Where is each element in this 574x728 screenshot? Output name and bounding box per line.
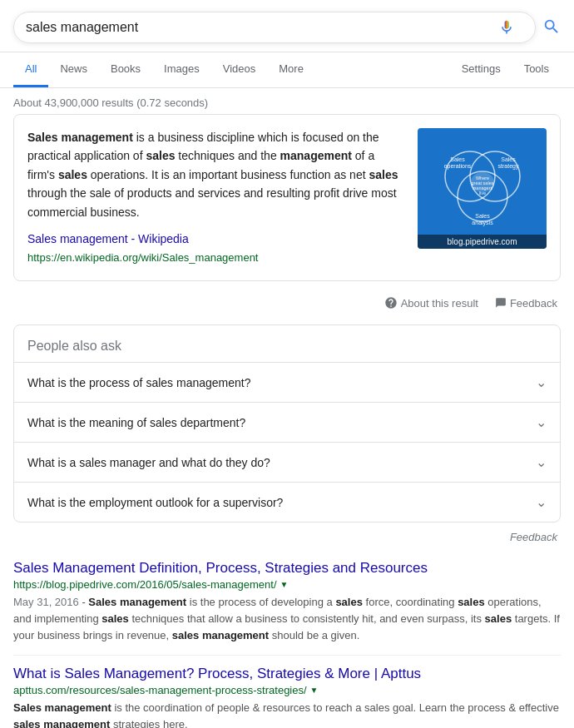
feedback-icon	[495, 297, 507, 309]
definition-paragraph: Sales management is a business disciplin…	[27, 128, 404, 221]
svg-text:strategy: strategy	[497, 163, 518, 170]
result-0-snippet: May 31, 2016 - Sales management is the p…	[13, 594, 561, 644]
paa-item-2[interactable]: What is a sales manager and what do they…	[14, 442, 560, 482]
svg-text:Sales: Sales	[475, 213, 490, 219]
result-0-date: May 31, 2016	[13, 596, 79, 608]
nav-tabs: All News Books Images Videos More Settin…	[0, 52, 574, 88]
tab-tools[interactable]: Tools	[512, 52, 561, 87]
feedback-link[interactable]: Feedback	[495, 297, 557, 310]
chevron-down-icon: ⌄	[536, 374, 547, 390]
definition-card: Sales management is a business disciplin…	[13, 114, 561, 281]
wikipedia-url: https://en.wikipedia.org/wiki/Sales_mana…	[27, 250, 404, 267]
paa-header: People also ask	[14, 325, 560, 362]
tab-all[interactable]: All	[13, 52, 48, 87]
result-1-title[interactable]: What is Sales Management? Process, Strat…	[13, 666, 561, 682]
svg-text:analysis: analysis	[472, 220, 493, 226]
dropdown-arrow-icon: ▼	[280, 580, 289, 589]
result-0-title[interactable]: Sales Management Definition, Process, St…	[13, 560, 561, 577]
venn-diagram: Sales operations Sales strategy Sales an…	[433, 145, 532, 232]
search-bar-container	[0, 0, 574, 52]
wikipedia-link[interactable]: Sales management - Wikipedia	[27, 230, 404, 248]
result-0-url: https://blog.pipedrive.com/2016/05/sales…	[13, 578, 561, 591]
tab-news[interactable]: News	[48, 52, 99, 87]
chevron-down-icon: ⌄	[536, 494, 547, 510]
meta-row: About this result Feedback	[13, 290, 561, 316]
paa-feedback[interactable]: Feedback	[13, 527, 561, 550]
tab-more[interactable]: More	[267, 52, 315, 87]
svg-text:Sales: Sales	[450, 156, 465, 162]
search-button[interactable]	[542, 17, 561, 38]
chevron-down-icon: ⌄	[536, 414, 547, 430]
paa-item-1[interactable]: What is the meaning of sales department?…	[14, 402, 560, 442]
search-result-1: What is Sales Management? Process, Strat…	[13, 656, 561, 728]
nav-tabs-right: Settings Tools	[450, 52, 561, 87]
paa-item-3[interactable]: What is the employment outlook for a sup…	[14, 482, 560, 522]
paa-card: People also ask What is the process of s…	[13, 324, 561, 522]
search-input[interactable]	[26, 20, 498, 35]
svg-text:Sales: Sales	[501, 156, 516, 162]
search-result-0: Sales Management Definition, Process, St…	[13, 550, 561, 655]
svg-text:operations: operations	[443, 163, 471, 170]
microphone-icon[interactable]	[498, 19, 515, 36]
image-source: blog.pipedrive.com	[418, 235, 547, 249]
definition-text: Sales management is a business disciplin…	[27, 128, 404, 267]
search-icon	[542, 17, 561, 36]
dropdown-arrow-icon: ▼	[310, 686, 319, 695]
tab-images[interactable]: Images	[152, 52, 211, 87]
result-1-snippet: Sales management is the coordination of …	[13, 700, 561, 728]
tab-videos[interactable]: Videos	[211, 52, 268, 87]
question-icon	[384, 296, 398, 310]
result-1-url: apttus.com/resources/sales-management-pr…	[13, 684, 561, 696]
paa-item-0[interactable]: What is the process of sales management?…	[14, 362, 560, 402]
results-count: About 43,900,000 results (0.72 seconds)	[0, 88, 574, 114]
chevron-down-icon: ⌄	[536, 454, 547, 470]
tab-settings[interactable]: Settings	[450, 52, 512, 87]
about-result-link[interactable]: About this result	[384, 296, 478, 310]
svg-text:live: live	[478, 191, 485, 196]
nav-tabs-left: All News Books Images Videos More	[13, 52, 450, 87]
tab-books[interactable]: Books	[99, 52, 152, 87]
search-input-wrapper	[13, 12, 536, 43]
main-content: Sales management is a business disciplin…	[0, 114, 574, 728]
definition-image: Sales operations Sales strategy Sales an…	[418, 128, 547, 249]
